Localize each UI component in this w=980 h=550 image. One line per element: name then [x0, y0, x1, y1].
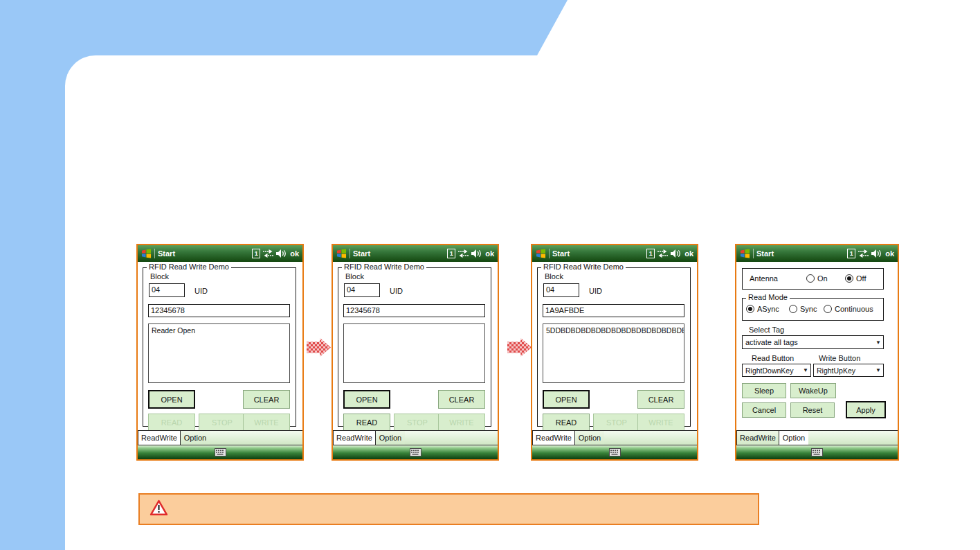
block-input[interactable]: 04	[344, 283, 380, 297]
windows-start-icon[interactable]	[536, 249, 546, 258]
slide-page: Start 1 ok RFID Read Write Demo Block 04…	[0, 0, 980, 550]
ok-button[interactable]: ok	[885, 249, 894, 258]
volume-icon[interactable]	[871, 249, 881, 258]
rfid-groupbox: RFID Read Write Demo Block 04 UID 123456…	[143, 267, 296, 427]
tab-bar: ReadWrite Option	[736, 430, 898, 445]
tab-readwrite[interactable]: ReadWrite	[138, 430, 181, 445]
volume-icon[interactable]	[671, 249, 680, 258]
start-menu-label[interactable]: Start	[158, 249, 175, 258]
block-input[interactable]: 04	[543, 283, 579, 297]
windows-start-icon[interactable]	[141, 249, 152, 258]
notification-badge[interactable]: 1	[847, 249, 855, 258]
clear-button[interactable]: CLEAR	[637, 390, 684, 409]
uid-field[interactable]: 1A9AFBDE	[543, 304, 684, 317]
apply-button[interactable]: Apply	[846, 401, 886, 418]
log-output[interactable]: Reader Open	[148, 323, 290, 383]
tab-bar: ReadWrite Option	[138, 430, 302, 445]
write-button[interactable]: WRITE	[637, 414, 684, 432]
windows-start-icon[interactable]	[336, 249, 347, 258]
tab-readwrite[interactable]: ReadWrite	[532, 430, 575, 445]
write-button[interactable]: WRITE	[243, 414, 290, 432]
titlebar-separator	[154, 249, 155, 258]
client-area: RFID Read Write Demo Block 04 UID 1A9AFB…	[532, 262, 697, 459]
reset-button[interactable]: Reset	[790, 402, 835, 418]
notification-badge[interactable]: 1	[447, 249, 455, 258]
tab-option[interactable]: Option	[779, 430, 809, 445]
log-output[interactable]	[343, 323, 485, 383]
connectivity-icon[interactable]	[657, 249, 668, 258]
device-screenshot-4: Start 1 ok Antenna On Off Read Mode	[735, 244, 899, 461]
uid-field[interactable]: 12345678	[343, 304, 485, 317]
start-menu-label[interactable]: Start	[756, 249, 774, 258]
stop-button[interactable]: STOP	[199, 414, 246, 432]
titlebar: Start 1 ok	[333, 245, 498, 262]
open-button[interactable]: OPEN	[343, 390, 390, 409]
read-button-label: Read Button	[752, 354, 794, 362]
tabbar-filler	[808, 430, 898, 445]
open-button[interactable]: OPEN	[148, 390, 195, 409]
start-menu-label[interactable]: Start	[353, 249, 370, 258]
clear-button[interactable]: CLEAR	[438, 390, 485, 409]
keyboard-icon[interactable]	[811, 448, 823, 456]
select-tag-label: Select Tag	[749, 326, 784, 334]
keyboard-icon[interactable]	[609, 448, 621, 456]
start-menu-label[interactable]: Start	[552, 249, 570, 258]
block-input[interactable]: 04	[149, 283, 185, 297]
windows-start-icon[interactable]	[740, 249, 750, 258]
client-area: RFID Read Write Demo Block 04 UID 123456…	[138, 262, 302, 459]
read-key-value: RightDownKey	[743, 366, 801, 375]
volume-icon[interactable]	[276, 249, 286, 258]
tab-option[interactable]: Option	[574, 430, 605, 445]
titlebar-separator	[350, 249, 350, 258]
ok-button[interactable]: ok	[485, 249, 494, 258]
read-key-dropdown[interactable]: RightDownKey ▼	[742, 364, 811, 377]
stop-button[interactable]: STOP	[593, 414, 640, 432]
log-output[interactable]: 5DDBDBDBDBDBDBDBDBDBDBDBDBDBDB	[543, 323, 684, 383]
client-area: RFID Read Write Demo Block 04 UID 123456…	[333, 262, 498, 459]
radio-icon	[789, 305, 797, 313]
cancel-button[interactable]: Cancel	[742, 402, 786, 418]
warning-triangle-icon	[149, 499, 168, 519]
radio-icon	[845, 274, 853, 283]
clear-button[interactable]: CLEAR	[243, 390, 290, 409]
connectivity-icon[interactable]	[458, 249, 469, 258]
write-button[interactable]: WRITE	[438, 414, 485, 432]
titlebar: Start 1 ok	[138, 245, 302, 262]
keyboard-icon[interactable]	[410, 448, 421, 456]
wakeup-button[interactable]: WakeUp	[790, 383, 836, 398]
block-label: Block	[150, 272, 169, 281]
tab-readwrite[interactable]: ReadWrite	[736, 430, 779, 445]
notification-badge[interactable]: 1	[252, 249, 260, 258]
antenna-on-radio[interactable]: On	[806, 274, 828, 283]
notification-badge[interactable]: 1	[646, 249, 655, 258]
connectivity-icon[interactable]	[263, 249, 273, 258]
connectivity-icon[interactable]	[858, 249, 869, 258]
antenna-off-radio[interactable]: Off	[845, 274, 866, 283]
mode-async-radio[interactable]: ASync	[746, 305, 779, 313]
select-tag-dropdown[interactable]: activate all tags ▼	[742, 335, 884, 349]
read-button[interactable]: READ	[543, 414, 590, 432]
groupbox-title: RFID Read Write Demo	[541, 263, 626, 271]
write-key-dropdown[interactable]: RightUpKey ▼	[813, 364, 884, 377]
antenna-label: Antenna	[750, 274, 778, 283]
mode-continuous-label: Continuous	[835, 305, 873, 313]
open-button[interactable]: OPEN	[543, 390, 590, 409]
tab-option[interactable]: Option	[180, 430, 210, 445]
uid-field[interactable]: 12345678	[148, 304, 290, 317]
stop-button[interactable]: STOP	[394, 414, 441, 432]
read-button[interactable]: READ	[148, 414, 195, 432]
rfid-groupbox: RFID Read Write Demo Block 04 UID 1A9AFB…	[537, 267, 691, 427]
read-button[interactable]: READ	[343, 414, 390, 432]
mode-continuous-radio[interactable]: Continuous	[824, 305, 873, 313]
tab-readwrite[interactable]: ReadWrite	[333, 430, 376, 445]
volume-icon[interactable]	[471, 249, 481, 258]
tabbar-filler	[405, 430, 498, 445]
device-screenshot-2: Start 1 ok RFID Read Write Demo Block 04…	[332, 244, 499, 461]
keyboard-icon[interactable]	[215, 448, 226, 456]
sleep-button[interactable]: Sleep	[742, 383, 786, 398]
mode-sync-radio[interactable]: Sync	[789, 305, 817, 313]
tab-option[interactable]: Option	[375, 430, 406, 445]
ok-button[interactable]: ok	[684, 249, 693, 258]
chevron-down-icon: ▼	[873, 367, 883, 373]
ok-button[interactable]: ok	[290, 249, 299, 258]
